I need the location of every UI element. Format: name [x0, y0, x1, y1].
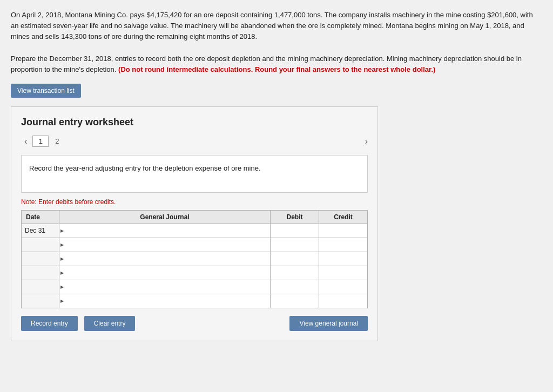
gj-cell-2[interactable]: [59, 238, 271, 252]
debit-input-6[interactable]: [271, 294, 319, 308]
date-cell-6: [22, 294, 59, 308]
note-text: Note: Enter debits before credits.: [21, 198, 368, 206]
problem-description: On April 2, 2018, Montana Mining Co. pay…: [11, 10, 542, 75]
header-debit: Debit: [271, 210, 319, 224]
credit-input-3[interactable]: [319, 252, 367, 266]
header-date: Date: [22, 210, 59, 224]
description-para2-bold: (Do not round intermediate calculations.…: [118, 65, 435, 73]
credit-input-5[interactable]: [319, 280, 367, 294]
credit-input-1[interactable]: [319, 224, 367, 238]
table-row: [22, 280, 368, 294]
bottom-buttons: Record entry Clear entry View general jo…: [21, 316, 368, 331]
debit-input-5[interactable]: [271, 280, 319, 294]
view-general-journal-button[interactable]: View general journal: [289, 316, 368, 331]
gj-input-6[interactable]: [59, 294, 270, 308]
credit-input-4[interactable]: [319, 266, 367, 280]
page2-label[interactable]: 2: [55, 137, 59, 145]
header-gj: General Journal: [59, 210, 271, 224]
debit-input-4[interactable]: [271, 266, 319, 280]
gj-input-4[interactable]: [59, 266, 270, 280]
gj-input-3[interactable]: [59, 252, 270, 266]
table-row: [22, 252, 368, 266]
table-row: Dec 31: [22, 224, 368, 238]
table-row: [22, 266, 368, 280]
debit-cell-5[interactable]: [271, 280, 319, 294]
debit-cell-4[interactable]: [271, 266, 319, 280]
gj-input-2[interactable]: [59, 238, 270, 252]
gj-input-1[interactable]: [59, 224, 270, 238]
gj-cell-4[interactable]: [59, 266, 271, 280]
instruction-box: Record the year-end adjusting entry for …: [21, 155, 368, 193]
description-para1: On April 2, 2018, Montana Mining Co. pay…: [11, 10, 542, 42]
date-cell-4: [22, 266, 59, 280]
gj-cell-6[interactable]: [59, 294, 271, 308]
description-para2: Prepare the December 31, 2018, entries t…: [11, 53, 542, 75]
journal-entry-worksheet: Journal entry worksheet ‹ 1 2 › Record t…: [11, 106, 378, 341]
prev-arrow[interactable]: ‹: [21, 136, 30, 147]
date-cell-5: [22, 280, 59, 294]
date-cell-2: [22, 238, 59, 252]
debit-cell-2[interactable]: [271, 238, 319, 252]
record-entry-button[interactable]: Record entry: [21, 316, 78, 331]
credit-input-6[interactable]: [319, 294, 367, 308]
debit-input-1[interactable]: [271, 224, 319, 238]
credit-cell-1[interactable]: [319, 224, 368, 238]
debit-input-3[interactable]: [271, 252, 319, 266]
credit-cell-4[interactable]: [319, 266, 368, 280]
credit-cell-2[interactable]: [319, 238, 368, 252]
credit-cell-5[interactable]: [319, 280, 368, 294]
gj-cell-1[interactable]: [59, 224, 271, 238]
worksheet-title: Journal entry worksheet: [21, 117, 368, 128]
debit-cell-1[interactable]: [271, 224, 319, 238]
pagination: ‹ 1 2 ›: [21, 136, 368, 147]
gj-cell-5[interactable]: [59, 280, 271, 294]
current-page-box[interactable]: 1: [32, 136, 49, 147]
table-row: [22, 238, 368, 252]
header-credit: Credit: [319, 210, 368, 224]
clear-entry-button[interactable]: Clear entry: [84, 316, 136, 331]
credit-input-2[interactable]: [319, 238, 367, 252]
next-arrow[interactable]: ›: [365, 137, 368, 146]
table-row: [22, 294, 368, 308]
credit-cell-6[interactable]: [319, 294, 368, 308]
debit-cell-3[interactable]: [271, 252, 319, 266]
view-transaction-button[interactable]: View transaction list: [11, 84, 81, 98]
date-cell-1: Dec 31: [22, 224, 59, 238]
debit-input-2[interactable]: [271, 238, 319, 252]
credit-cell-3[interactable]: [319, 252, 368, 266]
gj-input-5[interactable]: [59, 280, 270, 294]
instruction-text: Record the year-end adjusting entry for …: [29, 164, 261, 172]
journal-table: Date General Journal Debit Credit Dec 31: [21, 210, 368, 308]
date-cell-3: [22, 252, 59, 266]
gj-cell-3[interactable]: [59, 252, 271, 266]
debit-cell-6[interactable]: [271, 294, 319, 308]
